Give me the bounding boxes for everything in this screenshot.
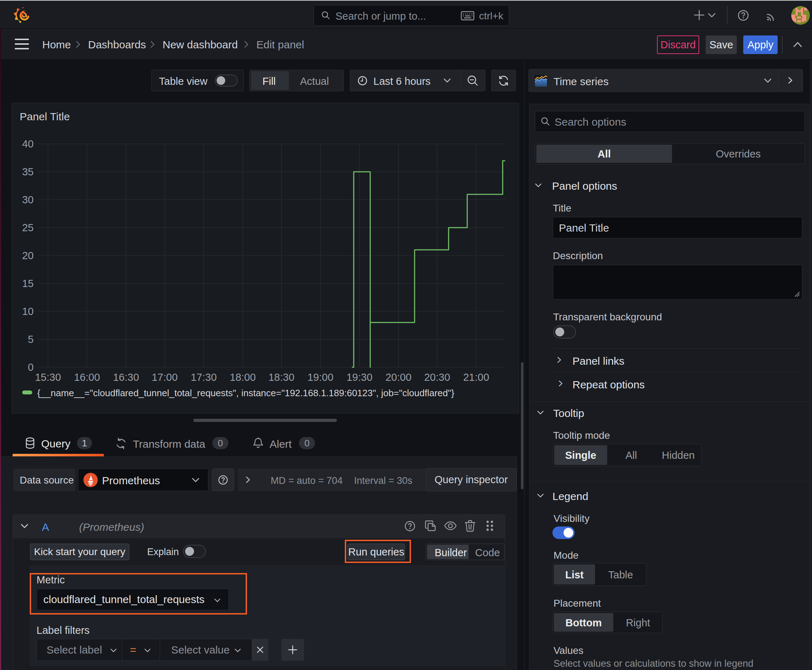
svg-text:16:30: 16:30: [113, 372, 139, 383]
svg-text:17:00: 17:00: [152, 372, 178, 383]
svg-text:30: 30: [22, 194, 34, 205]
svg-text:19:00: 19:00: [308, 372, 334, 383]
svg-text:40: 40: [22, 138, 34, 150]
svg-text:19:30: 19:30: [347, 372, 373, 383]
svg-text:18:30: 18:30: [268, 372, 295, 383]
svg-text:15: 15: [22, 278, 34, 289]
svg-text:15:30: 15:30: [35, 372, 61, 383]
svg-text:18:00: 18:00: [230, 372, 256, 383]
svg-text:16:00: 16:00: [74, 372, 100, 383]
svg-text:25: 25: [22, 222, 34, 233]
svg-text:5: 5: [28, 333, 34, 345]
svg-text:20: 20: [22, 250, 34, 261]
svg-text:20:00: 20:00: [386, 372, 412, 383]
svg-text:17:30: 17:30: [191, 372, 217, 383]
svg-text:20:30: 20:30: [424, 372, 450, 383]
svg-text:10: 10: [22, 306, 34, 317]
svg-text:{__name__="cloudflared_tunnel_: {__name__="cloudflared_tunnel_total_requ…: [37, 387, 454, 398]
svg-text:0: 0: [28, 362, 34, 373]
svg-text:21:00: 21:00: [463, 372, 490, 383]
svg-text:35: 35: [22, 166, 34, 178]
